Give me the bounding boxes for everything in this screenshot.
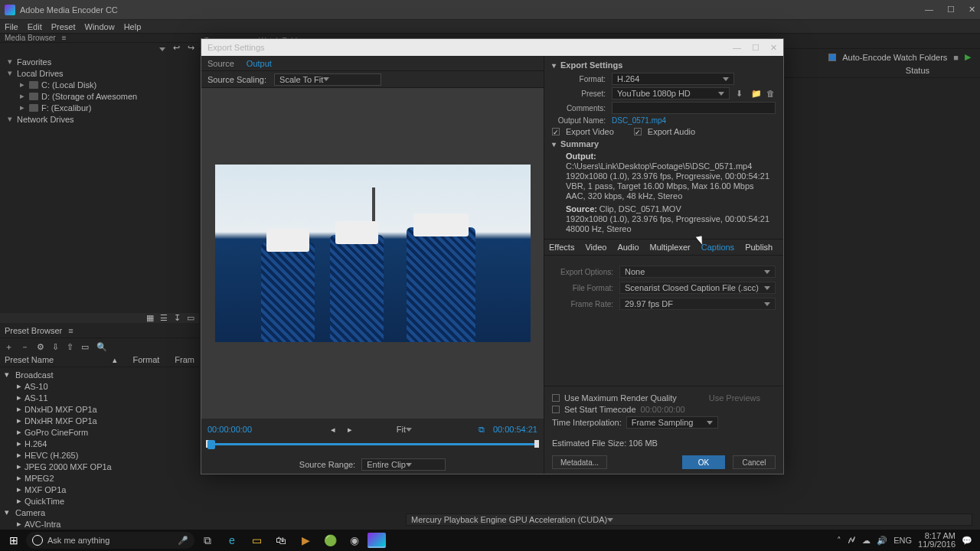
tab-effects[interactable]: Effects (549, 243, 574, 252)
list-view-icon[interactable]: ☰ (160, 313, 168, 323)
thumbnail-view-icon[interactable]: ▦ (146, 313, 154, 323)
minimize-button[interactable]: — (925, 5, 933, 15)
local-drives-group[interactable]: Local Drives (17, 69, 64, 78)
tab-publish[interactable]: Publish (745, 243, 773, 252)
favorites-group[interactable]: Favorites (17, 57, 51, 67)
tab-audio[interactable]: Audio (617, 243, 639, 252)
search-preset-icon[interactable]: 🔍 (96, 342, 107, 352)
preset-item[interactable]: AS-11 (24, 393, 48, 403)
import-preset-icon[interactable]: 📁 (751, 89, 760, 98)
preset-item[interactable]: DNxHD MXF OP1a (24, 405, 97, 414)
preset-dropdown[interactable]: YouTube 1080p HD (612, 87, 730, 99)
tab-source[interactable]: Source (207, 59, 234, 68)
preset-item[interactable]: MXF OP1a (24, 485, 66, 494)
taskbar-edge-icon[interactable]: e (220, 530, 243, 551)
taskbar-store-icon[interactable]: 🛍 (270, 530, 292, 551)
taskbar-movies-icon[interactable]: ▶ (294, 530, 317, 551)
pb-menu-icon[interactable]: ≡ (68, 326, 73, 335)
network-drives-group[interactable]: Network Drives (17, 115, 74, 124)
save-preset-icon[interactable]: ⬇ (736, 89, 745, 98)
tab-menu-icon[interactable]: ≡ (62, 34, 67, 42)
preset-list[interactable]: ▾Broadcast ▸AS-10 ▸AS-11 ▸DNxHD MXF OP1a… (0, 367, 199, 543)
taskbar-explorer-icon[interactable]: ▭ (245, 530, 268, 551)
dialog-minimize-icon[interactable]: — (733, 43, 741, 53)
add-preset-icon[interactable]: ＋ (5, 341, 13, 353)
tray-notifications-icon[interactable]: 💬 (962, 536, 972, 546)
ingest-icon[interactable]: ↧ (174, 313, 181, 323)
format-dropdown[interactable]: H.264 (612, 73, 734, 85)
step-forward-icon[interactable]: ▸ (345, 425, 355, 435)
start-button[interactable]: ⊞ (3, 530, 24, 551)
new-bin-icon[interactable]: ▭ (187, 313, 194, 323)
preset-item[interactable]: AVC-Intra (24, 520, 60, 529)
tab-captions[interactable]: Captions (701, 243, 734, 252)
summary-header[interactable]: Summary (560, 139, 599, 148)
dialog-close-icon[interactable]: ✕ (770, 43, 777, 53)
col-preset-format[interactable]: Format (132, 355, 159, 367)
preset-item[interactable]: H.264 (24, 439, 47, 448)
tab-media-browser[interactable]: Media Browser (5, 34, 56, 42)
export-audio-checkbox[interactable] (634, 128, 642, 135)
drive-f[interactable]: F: (Excalibur) (41, 103, 91, 112)
tab-preset-browser[interactable]: Preset Browser (5, 326, 62, 335)
source-range-dropdown[interactable]: Entire Clip (361, 458, 446, 471)
preset-item[interactable]: JPEG 2000 MXF OP1a (24, 462, 112, 471)
taskbar-chrome-icon[interactable]: 🟢 (318, 530, 341, 551)
preset-settings-icon[interactable]: ⚙ (37, 342, 44, 352)
close-button[interactable]: ✕ (969, 5, 975, 15)
scrubber[interactable] (201, 440, 544, 455)
source-scaling-dropdown[interactable]: Scale To Fit (274, 73, 381, 86)
drive-d[interactable]: D: (Storage of Awesomen (41, 92, 137, 101)
ok-button[interactable]: OK (682, 455, 725, 469)
col-sort-icon[interactable]: ▴ (113, 355, 117, 367)
export-options-dropdown[interactable]: None (619, 266, 776, 278)
output-name-link[interactable]: DSC_0571.mp4 (612, 116, 666, 125)
delete-preset-icon[interactable]: 🗑 (766, 89, 776, 98)
preset-item[interactable]: QuickTime (24, 497, 64, 506)
metadata-button[interactable]: Metadata... (552, 455, 607, 469)
col-preset-name[interactable]: Preset Name (5, 355, 97, 367)
menu-window[interactable]: Window (85, 22, 115, 31)
preset-item[interactable]: DNxHR MXF OP1a (24, 416, 97, 425)
cancel-button[interactable]: Cancel (733, 455, 776, 469)
zoom-fit-dropdown[interactable]: Fit (390, 424, 418, 435)
tray-volume-icon[interactable]: 🔊 (877, 536, 887, 546)
taskbar-obs-icon[interactable]: ◉ (343, 530, 366, 551)
menu-file[interactable]: File (5, 22, 18, 31)
preset-group-camera[interactable]: Camera (15, 508, 45, 517)
start-queue-icon[interactable]: ▶ (965, 52, 975, 63)
preset-item[interactable]: HEVC (H.265) (24, 451, 78, 460)
renderer-dropdown[interactable]: Mercury Playback Engine GPU Acceleration… (406, 514, 972, 526)
tab-output[interactable]: Output (247, 59, 272, 68)
export-preset-icon[interactable]: ⇧ (67, 342, 74, 352)
preset-item[interactable]: GoPro CineForm (24, 428, 88, 437)
remove-preset-icon[interactable]: － (21, 341, 29, 353)
tray-expand-icon[interactable]: ˄ (837, 536, 841, 546)
video-preview[interactable] (215, 165, 531, 342)
cortana-search[interactable]: Ask me anything🎤 (26, 532, 194, 549)
stop-queue-icon[interactable]: ■ (953, 53, 959, 62)
timecode-in[interactable]: 00:00:00:00 (207, 425, 252, 434)
tray-onedrive-icon[interactable]: ☁ (862, 536, 871, 546)
export-settings-header[interactable]: Export Settings (560, 60, 622, 70)
task-view-icon[interactable]: ⧉ (196, 530, 219, 551)
max-render-checkbox[interactable] (552, 394, 560, 402)
menu-help[interactable]: Help (124, 22, 142, 31)
drive-c[interactable]: C: (Local Disk) (41, 80, 96, 90)
preset-item[interactable]: AS-10 (24, 382, 48, 391)
taskbar-ame-icon[interactable] (368, 533, 386, 548)
maximize-button[interactable]: ☐ (947, 5, 955, 15)
preset-item[interactable]: MPEG2 (24, 474, 54, 483)
menu-preset[interactable]: Preset (51, 22, 76, 31)
export-video-checkbox[interactable] (552, 128, 560, 135)
tab-multiplexer[interactable]: Multiplexer (650, 243, 691, 252)
timecode-out[interactable]: 00:00:54:21 (493, 425, 537, 434)
new-folder-icon[interactable]: ▭ (81, 342, 89, 352)
nav-back-icon[interactable]: ↩ (173, 43, 180, 53)
tray-battery-icon[interactable]: 🗲 (848, 536, 856, 545)
comments-input[interactable] (612, 102, 776, 114)
nav-dropdown-icon[interactable] (159, 44, 165, 53)
import-preset-icon[interactable]: ⇩ (52, 342, 59, 352)
step-back-icon[interactable]: ◂ (328, 425, 338, 435)
nav-forward-icon[interactable]: ↪ (188, 43, 194, 53)
